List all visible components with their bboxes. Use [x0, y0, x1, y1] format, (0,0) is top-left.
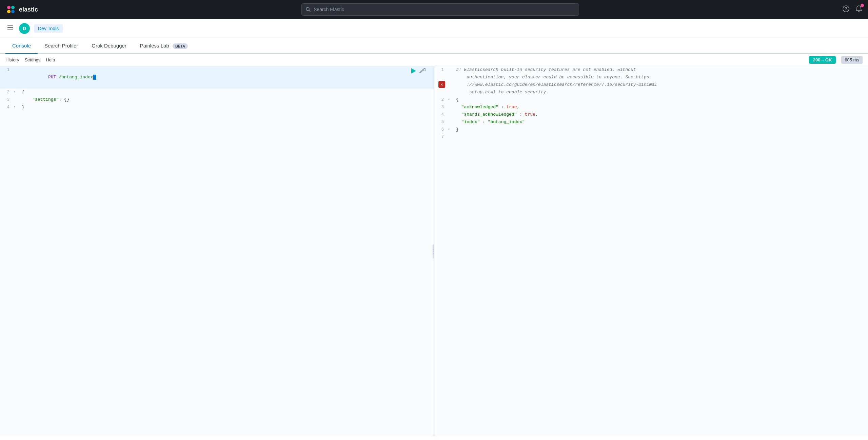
response-line-1c: ://www.elastic.co/guide/en/elasticsearch… [434, 81, 868, 89]
editors-container: 1 PUT /bntang_index 2 ▾ { 3 "settings": … [0, 66, 868, 436]
help-button[interactable]: Help [46, 56, 55, 64]
svg-point-3 [11, 10, 15, 13]
response-line-6: 6 ▾ } [434, 126, 868, 133]
tabs-container: Console Search Profiler Grok Debugger Pa… [0, 38, 868, 54]
response-line-7: 7 [434, 133, 868, 141]
svg-point-0 [7, 6, 11, 9]
history-button[interactable]: History [5, 56, 19, 64]
user-avatar[interactable]: D [19, 23, 30, 34]
editor-line-4: 4 ▾ } [0, 103, 434, 111]
top-navigation: elastic Search Elastic ? [0, 0, 868, 19]
svg-text:?: ? [845, 6, 847, 11]
svg-line-5 [309, 10, 310, 12]
action-icons [410, 68, 426, 76]
settings-wrench-icon[interactable] [419, 68, 426, 76]
logo-text: elastic [19, 6, 38, 13]
svg-point-2 [7, 10, 11, 13]
response-line-1d: -setup.html to enable security. [434, 89, 868, 96]
tab-search-profiler[interactable]: Search Profiler [38, 38, 85, 54]
search-icon [305, 7, 311, 12]
status-badge: 200 – OK [809, 56, 836, 64]
help-icon-btn[interactable]: ? [842, 5, 850, 14]
run-button[interactable] [410, 68, 417, 76]
search-placeholder: Search Elastic [314, 7, 344, 12]
dev-tools-breadcrumb[interactable]: Dev Tools [34, 24, 63, 33]
tab-painless-lab[interactable]: Painless Lab BETA [133, 38, 195, 54]
beta-badge: BETA [173, 43, 188, 49]
response-line-4: 4 "shards_acknowledged" : true, [434, 111, 868, 118]
response-line-1: 1 #! Elasticsearch built-in security fea… [434, 66, 868, 74]
response-line-3: 3 "acknowledged" : true, [434, 103, 868, 111]
query-editor[interactable]: 1 PUT /bntang_index 2 ▾ { 3 "settings": … [0, 66, 434, 436]
response-line-2: 2 ▾ { [434, 96, 868, 103]
svg-marker-11 [411, 68, 416, 74]
settings-button[interactable]: Settings [24, 56, 40, 64]
tab-console[interactable]: Console [5, 38, 38, 54]
notification-badge-dot [861, 4, 864, 7]
toolbar: History Settings Help 200 – OK 685 ms [0, 54, 868, 66]
editor-line-1: 1 PUT /bntang_index [0, 66, 434, 89]
code-input-area[interactable]: 1 PUT /bntang_index 2 ▾ { 3 "settings": … [0, 66, 434, 436]
dismiss-response-button[interactable]: ✕ [438, 81, 445, 88]
second-navigation: D Dev Tools [0, 19, 868, 38]
editor-line-3: 3 "settings": {} [0, 96, 434, 103]
editor-line-2: 2 ▾ { [0, 89, 434, 96]
tab-grok-debugger[interactable]: Grok Debugger [85, 38, 133, 54]
notification-btn[interactable] [855, 5, 863, 14]
response-line-5: 5 "index" : "bntang_index" [434, 118, 868, 126]
search-bar-container: Search Elastic [43, 3, 837, 16]
global-search-bar[interactable]: Search Elastic [301, 3, 579, 16]
elastic-logo[interactable]: elastic [5, 4, 38, 15]
response-pane: ✕ 1 #! Elasticsearch built-in security f… [434, 66, 868, 436]
svg-point-1 [11, 6, 15, 9]
time-badge: 685 ms [841, 56, 863, 64]
response-line-1b: authentication, your cluster could be ac… [434, 74, 868, 81]
nav-icons: ? [842, 5, 863, 14]
menu-toggle-button[interactable] [5, 23, 15, 34]
